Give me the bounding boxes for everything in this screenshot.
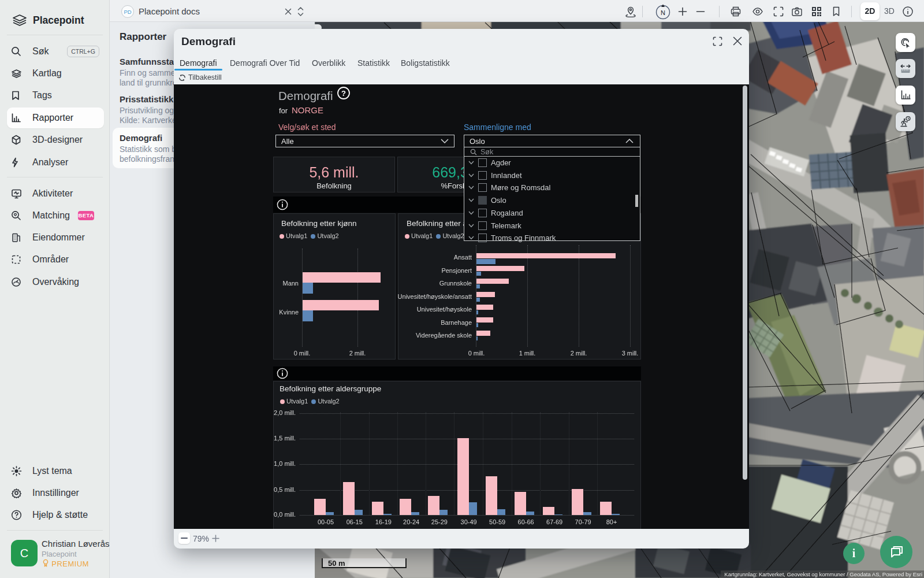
svg-text:N: N <box>661 9 665 16</box>
svg-text:?: ? <box>341 89 346 98</box>
